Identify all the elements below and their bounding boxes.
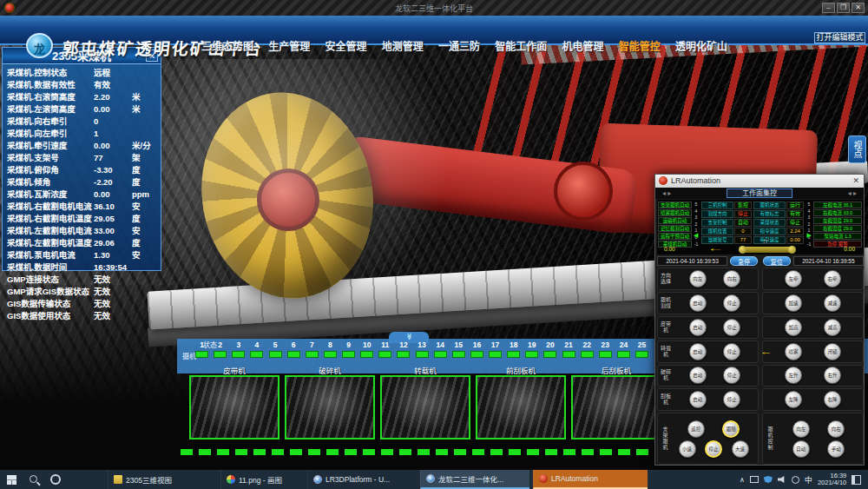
camera-feed-video[interactable] xyxy=(476,375,566,439)
support-status-square[interactable] xyxy=(416,351,429,358)
round-button[interactable]: 喷雾 xyxy=(785,343,802,360)
round-button[interactable]: 停止 xyxy=(723,343,740,360)
tab-scroll-left-icon[interactable]: ◂ ▸ xyxy=(662,189,671,197)
support-status-square[interactable] xyxy=(489,351,502,358)
camera-feed-video[interactable] xyxy=(380,375,470,439)
round-button[interactable]: 向右 xyxy=(827,420,845,438)
support-status-square[interactable] xyxy=(214,351,227,358)
support-status-square[interactable] xyxy=(581,351,594,358)
tab-scroll-right-icon[interactable]: ◂ ▸ xyxy=(848,189,857,197)
notification-icon[interactable] xyxy=(852,475,861,485)
round-button[interactable]: 遥控 xyxy=(687,420,705,438)
round-button[interactable]: 右牵 xyxy=(824,270,841,287)
round-button[interactable]: 左牵 xyxy=(785,270,802,287)
taskbar-task[interactable]: 2305三维视图 xyxy=(108,470,217,489)
support-status-square[interactable] xyxy=(525,351,538,358)
estop-button[interactable]: 急停 xyxy=(730,256,758,266)
nav-item[interactable]: 智能管控 xyxy=(619,38,661,53)
nav-item[interactable]: 地测管理 xyxy=(382,38,424,53)
speaker-icon[interactable] xyxy=(778,476,786,483)
round-button[interactable]: 向右 xyxy=(723,270,740,287)
nav-item[interactable]: 三维态势图 xyxy=(201,38,253,53)
support-status-square[interactable] xyxy=(324,351,337,358)
support-status-square[interactable] xyxy=(562,351,575,358)
support-status-square[interactable] xyxy=(360,351,373,358)
support-status-square[interactable] xyxy=(195,351,208,358)
battery-icon[interactable] xyxy=(750,476,759,483)
support-status-square[interactable] xyxy=(378,351,391,358)
nav-item[interactable]: 一通三防 xyxy=(438,38,480,53)
round-button[interactable]: 启动 xyxy=(689,367,707,384)
round-button[interactable]: 小速 xyxy=(679,440,696,458)
support-status-square[interactable] xyxy=(452,351,465,358)
round-button[interactable]: 大速 xyxy=(732,440,749,458)
support-status-square[interactable] xyxy=(232,351,245,358)
support-status-square[interactable] xyxy=(507,351,520,358)
round-button[interactable]: 右升 xyxy=(824,367,841,384)
round-button[interactable]: 减速 xyxy=(824,294,841,312)
round-button[interactable]: 向左 xyxy=(792,420,810,438)
round-button[interactable]: 左升 xyxy=(785,367,802,384)
nav-item[interactable]: 透明化矿山 xyxy=(675,38,727,53)
round-button[interactable]: 闭锁 xyxy=(824,343,841,360)
taskbar-task[interactable]: 龙软二三维一体化... xyxy=(420,470,529,489)
round-button[interactable]: 停止 xyxy=(705,440,722,458)
viewpoint-tab[interactable]: 视点 xyxy=(848,135,866,163)
tray-chevron-icon[interactable]: ∧ xyxy=(740,476,745,484)
round-button[interactable]: 启动 xyxy=(689,343,707,360)
support-status-square[interactable] xyxy=(342,351,355,358)
support-status-square[interactable] xyxy=(397,351,410,358)
minimize-button[interactable]: – xyxy=(822,3,835,13)
support-status-square[interactable] xyxy=(250,351,263,358)
round-button[interactable]: 停止 xyxy=(723,391,740,408)
round-button[interactable]: 自动 xyxy=(792,440,810,458)
maximize-button[interactable]: ❐ xyxy=(837,3,850,13)
tray-lang[interactable]: 中 xyxy=(805,474,812,486)
network-icon[interactable] xyxy=(792,476,799,484)
round-button[interactable]: 跟随 xyxy=(722,420,740,438)
automation-tab[interactable]: 工作面集控 xyxy=(727,188,792,198)
control-row: 左降右降 xyxy=(762,388,864,411)
round-button[interactable]: 左降 xyxy=(785,391,802,408)
support-status-square[interactable] xyxy=(287,351,300,358)
tray-clock[interactable]: 16:39 2021/4/10 xyxy=(818,472,846,487)
camera-feed-video[interactable] xyxy=(189,375,279,439)
round-button[interactable]: 加高 xyxy=(785,319,802,336)
support-status-square[interactable] xyxy=(599,351,612,358)
taskbar-task[interactable]: LR3DPlatform - U... xyxy=(307,470,417,489)
support-status-square[interactable] xyxy=(269,351,282,358)
camera-feed-video[interactable] xyxy=(571,375,661,439)
support-status-square[interactable] xyxy=(306,351,319,358)
taskbar-task[interactable]: LRAutomation xyxy=(533,470,648,489)
nav-item[interactable]: 安全管理 xyxy=(325,38,366,53)
support-status-square[interactable] xyxy=(635,351,648,358)
round-button[interactable]: 启动 xyxy=(689,391,707,408)
close-button[interactable]: ✕ xyxy=(852,3,865,13)
round-button[interactable]: 手动 xyxy=(827,440,845,458)
round-button[interactable]: 启动 xyxy=(689,319,707,336)
start-icon[interactable] xyxy=(7,475,16,485)
support-status-square[interactable] xyxy=(543,351,556,358)
round-button[interactable]: 右降 xyxy=(824,391,841,408)
round-button[interactable]: 停止 xyxy=(723,319,740,336)
cortana-icon[interactable] xyxy=(50,474,61,485)
nav-item[interactable]: 生产管理 xyxy=(268,38,310,53)
shield-icon[interactable] xyxy=(764,476,773,483)
round-button[interactable]: 停止 xyxy=(723,294,740,312)
nav-item[interactable]: 机电管理 xyxy=(562,38,603,53)
search-icon[interactable] xyxy=(30,475,37,483)
round-button[interactable]: 减高 xyxy=(824,319,841,336)
nav-item[interactable]: 智能工作面 xyxy=(495,38,547,53)
automation-close-icon[interactable]: ✕ xyxy=(852,176,859,185)
edit-mode-button[interactable]: 打开编辑模式 xyxy=(814,32,865,43)
taskbar-task[interactable]: 11.png - 画图 xyxy=(220,470,304,489)
round-button[interactable]: 停止 xyxy=(723,367,740,384)
camera-feed-video[interactable] xyxy=(285,375,375,439)
round-button[interactable]: 启动 xyxy=(689,294,707,312)
support-status-square[interactable] xyxy=(434,351,447,358)
support-status-square[interactable] xyxy=(617,351,630,358)
round-button[interactable]: 向左 xyxy=(689,270,707,287)
reset-button[interactable]: 复位 xyxy=(763,256,791,266)
support-status-square[interactable] xyxy=(470,351,483,358)
round-button[interactable]: 加速 xyxy=(785,294,802,312)
